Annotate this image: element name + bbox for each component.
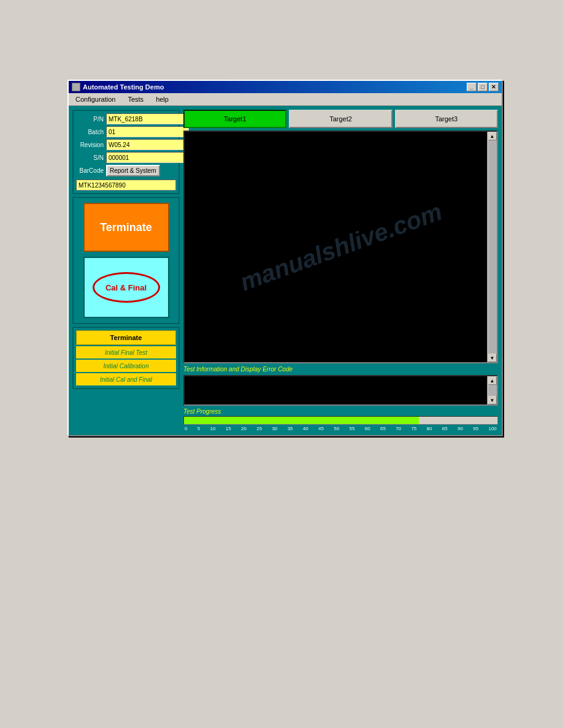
barcode-input-row — [76, 178, 176, 191]
cal-final-section: Cal & Final — [83, 257, 169, 318]
batch-input[interactable] — [106, 126, 189, 137]
terminate-small-button[interactable]: Terminate — [76, 330, 176, 345]
scale-35: 35 — [288, 426, 293, 431]
menu-tests[interactable]: Tests — [124, 94, 147, 104]
initial-final-test-button[interactable]: Initial Final Test — [76, 346, 176, 358]
pn-label: P/N — [76, 116, 104, 123]
minimize-button[interactable]: _ — [467, 83, 477, 91]
restore-button[interactable]: □ — [478, 83, 488, 91]
scale-90: 90 — [458, 426, 463, 431]
progress-scale: 0 5 10 15 20 25 30 35 40 45 50 55 60 65 … — [183, 426, 498, 431]
main-window: Automated Testing Demo _ □ ✕ Configurati… — [67, 80, 503, 436]
report-system-button[interactable]: Report & System — [106, 165, 160, 176]
test-info-area: ▲ ▼ — [183, 375, 498, 406]
scale-75: 75 — [411, 426, 416, 431]
scale-85: 85 — [442, 426, 448, 431]
action-section: Terminate Cal & Final — [72, 197, 180, 324]
scale-70: 70 — [396, 426, 401, 431]
revision-label: Revision — [76, 142, 104, 148]
test-info-scroll-down[interactable]: ▼ — [488, 396, 497, 404]
menu-bar: Configuration Tests help — [69, 93, 502, 106]
scale-95: 95 — [473, 426, 478, 431]
bottom-section: Terminate Initial Final Test Initial Cal… — [72, 327, 180, 389]
scale-15: 15 — [226, 426, 231, 431]
scale-40: 40 — [303, 426, 308, 431]
progress-bar-fill — [184, 417, 419, 424]
test-info-scrollbar[interactable]: ▲ ▼ — [487, 376, 497, 404]
scroll-down-arrow[interactable]: ▼ — [488, 354, 497, 362]
revision-input[interactable] — [106, 139, 189, 150]
scale-100: 100 — [488, 426, 496, 431]
sn-label: S/N — [76, 154, 104, 161]
scale-0: 0 — [185, 426, 187, 431]
left-panel: P/N Batch Revision S/N BarCode Rep — [72, 110, 180, 431]
scale-60: 60 — [365, 426, 370, 431]
scale-80: 80 — [427, 426, 432, 431]
scale-10: 10 — [210, 426, 216, 431]
sn-row: S/N — [76, 152, 176, 163]
scale-45: 45 — [318, 426, 324, 431]
scale-5: 5 — [197, 426, 200, 431]
window-icon — [72, 83, 80, 91]
pn-input[interactable] — [106, 113, 189, 124]
scale-55: 55 — [350, 426, 355, 431]
barcode-label: BarCode — [76, 167, 104, 174]
target2-button[interactable]: Target2 — [289, 110, 392, 128]
revision-row: Revision — [76, 139, 176, 150]
display-scrollbar[interactable]: ▲ ▼ — [487, 132, 497, 362]
test-info-section: Test Information and Display Error Code … — [183, 366, 498, 406]
test-info-label: Test Information and Display Error Code — [183, 366, 498, 373]
initial-calibration-button[interactable]: Initial Calibration — [76, 360, 176, 372]
barcode-row: BarCode Report & System — [76, 165, 176, 176]
scale-30: 30 — [272, 426, 277, 431]
barcode-input[interactable] — [76, 180, 176, 191]
progress-label: Test Progress — [183, 408, 498, 415]
progress-section: Test Progress 0 5 10 15 20 25 30 35 40 4… — [183, 408, 498, 431]
progress-bar-container — [183, 416, 498, 425]
target1-button[interactable]: Target1 — [183, 110, 286, 128]
title-bar: Automated Testing Demo _ □ ✕ — [69, 81, 502, 93]
batch-label: Batch — [76, 129, 104, 135]
scale-65: 65 — [380, 426, 386, 431]
scale-25: 25 — [256, 426, 262, 431]
menu-help[interactable]: help — [152, 94, 172, 104]
scroll-up-arrow[interactable]: ▲ — [488, 132, 497, 140]
test-info-scroll-up[interactable]: ▲ — [488, 376, 497, 385]
right-panel: Target1 Target2 Target3 ▲ ▼ manualshlive… — [183, 110, 498, 431]
target-row: Target1 Target2 Target3 — [183, 110, 498, 128]
test-info-scroll-track — [488, 385, 497, 396]
main-content: P/N Batch Revision S/N BarCode Rep — [69, 106, 502, 435]
menu-configuration[interactable]: Configuration — [72, 94, 119, 104]
batch-row: Batch — [76, 126, 176, 137]
window-title: Automated Testing Demo — [83, 83, 164, 91]
close-button[interactable]: ✕ — [489, 83, 499, 91]
display-area: ▲ ▼ manualshlive.com — [183, 131, 498, 363]
scale-50: 50 — [334, 426, 339, 431]
terminate-main-button[interactable]: Terminate — [83, 203, 169, 252]
cal-final-button[interactable]: Cal & Final — [93, 272, 160, 303]
scroll-track — [488, 140, 497, 354]
scale-20: 20 — [241, 426, 247, 431]
form-section: P/N Batch Revision S/N BarCode Rep — [72, 110, 180, 194]
title-buttons: _ □ ✕ — [467, 83, 499, 91]
sn-input[interactable] — [106, 152, 189, 163]
watermark: manualshlive.com — [236, 198, 445, 297]
title-bar-left: Automated Testing Demo — [72, 83, 164, 91]
target3-button[interactable]: Target3 — [395, 110, 498, 128]
initial-cal-final-button[interactable]: Initial Cal and Final — [76, 373, 176, 385]
pn-row: P/N — [76, 113, 176, 124]
